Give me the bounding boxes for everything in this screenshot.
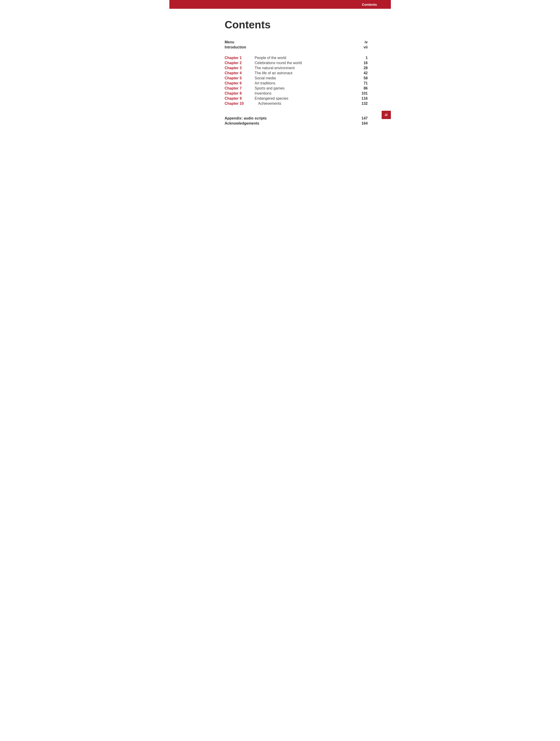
page: Contents iii Contents Menu iv Introducti… [169,0,391,741]
chapter-page-5: 58 [356,76,368,80]
chapter-row-7: Chapter 7 Sports and games 86 [225,86,368,90]
main-content: Contents Menu iv Introduction vii Chapte… [169,0,391,126]
chapter-title-3: The natural environment [255,66,356,70]
back-matter-label-ack: Acknowledgements [225,121,271,126]
front-matter-label-menu: Menu [225,40,271,44]
chapter-label-1: Chapter 1 [225,56,255,60]
front-matter-page-menu: iv [356,40,368,44]
chapter-page-2: 16 [356,61,368,65]
chapter-title-2: Celebrations round the world [255,61,356,65]
chapter-label-3: Chapter 3 [225,66,255,70]
front-matter-row-menu: Menu iv [225,40,368,44]
chapter-page-1: 1 [356,56,368,60]
chapter-row-4: Chapter 4 The life of an astronaut 42 [225,71,368,75]
chapter-title-9: Endangered species [255,96,356,100]
chapter-row-10: Chapter 10 Achievements 132 [225,102,368,106]
chapter-row-3: Chapter 3 The natural environment 28 [225,66,368,70]
chapter-page-3: 28 [356,66,368,70]
header-title: Contents [362,3,377,6]
gap [225,52,368,56]
chapter-row-1: Chapter 1 People of the world 1 [225,56,368,60]
front-matter-row-intro: Introduction vii [225,45,368,49]
back-matter-label-appendix: Appendix: audio scripts [225,116,271,120]
back-matter-page-ack: 164 [356,121,368,126]
chapter-title-5: Social media [255,76,356,80]
back-matter-page-appendix: 147 [356,116,368,120]
chapter-title-10: Achievements [258,102,356,106]
chapter-row-5: Chapter 5 Social media 58 [225,76,368,80]
chapter-title-7: Sports and games [255,86,356,90]
chapter-row-9: Chapter 9 Endangered species 116 [225,96,368,100]
chapter-title-1: People of the world [255,56,356,60]
back-matter-row-ack: Acknowledgements 164 [225,121,368,126]
chapter-page-7: 86 [356,86,368,90]
chapter-label-5: Chapter 5 [225,76,255,80]
chapter-title-8: Inventions [255,91,356,95]
chapter-page-9: 116 [356,96,368,100]
chapter-title-4: The life of an astronaut [255,71,356,75]
chapter-label-6: Chapter 6 [225,81,255,85]
chapter-label-2: Chapter 2 [225,61,255,65]
back-matter-row-appendix: Appendix: audio scripts 147 [225,116,368,120]
front-matter-page-intro: vii [356,45,368,49]
chapter-page-10: 132 [356,102,368,106]
gap2 [225,108,368,112]
chapter-label-9: Chapter 9 [225,96,255,100]
chapter-title-6: Art traditions [255,81,356,85]
chapter-row-8: Chapter 8 Inventions 101 [225,91,368,95]
chapter-label-10: Chapter 10 [225,102,258,106]
chapter-page-6: 71 [356,81,368,85]
chapter-page-4: 42 [356,71,368,75]
back-matter-section: Appendix: audio scripts 147 Acknowledgem… [225,116,368,126]
chapter-label-4: Chapter 4 [225,71,255,75]
header-bar: Contents [169,0,391,9]
chapter-label-7: Chapter 7 [225,86,255,90]
chapter-row-2: Chapter 2 Celebrations round the world 1… [225,61,368,65]
chapter-row-6: Chapter 6 Art traditions 71 [225,81,368,85]
page-number-tab: iii [382,111,391,119]
chapter-label-8: Chapter 8 [225,91,255,95]
chapters-section: Chapter 1 People of the world 1 Chapter … [225,56,368,106]
chapter-page-8: 101 [356,91,368,95]
front-matter-label-intro: Introduction [225,45,271,49]
front-matter-section: Menu iv Introduction vii [225,40,368,49]
page-title: Contents [225,18,368,31]
